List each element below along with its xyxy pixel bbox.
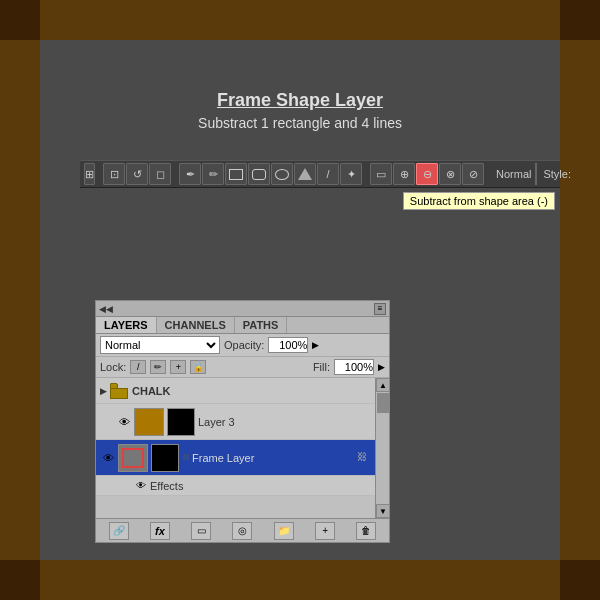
corner-tl (0, 0, 40, 40)
layer3-row[interactable]: 👁 Layer 3 (96, 404, 375, 440)
toolbar: ⊞ ⊡ ↺ ◻ ✒ ✏ (80, 160, 560, 188)
new-layer-btn[interactable]: + (315, 522, 335, 540)
delete-layer-btn[interactable]: 🗑 (356, 522, 376, 540)
blend-row: Normal Multiply Screen Opacity: ▶ (96, 334, 389, 357)
lock-transparency-icon: / (137, 362, 140, 372)
pen-alt-btn[interactable]: ✏ (202, 163, 224, 185)
opacity-input[interactable] (268, 337, 308, 353)
panel-menu-btn[interactable]: ≡ (374, 303, 386, 315)
lock-all-btn[interactable]: 🔒 (190, 360, 206, 374)
add-shape-btn[interactable]: ⊕ (393, 163, 415, 185)
rotate-icon: ↺ (133, 168, 142, 181)
shape-group: ✒ ✏ / ✦ (179, 163, 362, 185)
adjustment-icon: ◎ (238, 525, 247, 536)
subtract-shape-btn[interactable]: ⊖ (416, 163, 438, 185)
mask-icon: ▭ (197, 525, 206, 536)
link-icon: 🔗 (113, 525, 125, 536)
scrollbar-thumb[interactable] (377, 393, 389, 413)
rotate-btn[interactable]: ↺ (126, 163, 148, 185)
ellipse-icon (275, 169, 289, 180)
intersect-shape-btn[interactable]: ⊗ (439, 163, 461, 185)
line-icon: / (326, 168, 329, 180)
layer-scroll-area: ▶ CHALK 👁 Layer 3 👁 (96, 378, 389, 518)
layer-chain-icon: ⛓ (182, 453, 192, 462)
panel-bottom-toolbar: 🔗 fx ▭ ◎ 📁 + 🗑 (96, 518, 389, 542)
opacity-label: Opacity: (224, 339, 264, 351)
lock-pixels-btn[interactable]: ✏ (150, 360, 166, 374)
pen-icon: ✒ (186, 168, 195, 181)
layers-content: ▶ CHALK 👁 Layer 3 👁 (96, 378, 375, 496)
frame-layer-name: Frame Layer (192, 452, 357, 464)
ellipse-btn[interactable] (271, 163, 293, 185)
panel-tabs: LAYERS CHANNELS PATHS (96, 317, 389, 334)
scroll-down-btn[interactable]: ▼ (376, 504, 389, 518)
new-shape-btn[interactable]: ▭ (370, 163, 392, 185)
layer-effects-btn[interactable]: fx (150, 522, 170, 540)
tab-channels[interactable]: CHANNELS (157, 317, 235, 333)
group-expand-arrow[interactable]: ▶ (100, 386, 110, 396)
frame-layer-thumbnail (118, 444, 148, 472)
chalk-group-row[interactable]: ▶ CHALK (96, 378, 375, 404)
corner-bl (0, 560, 40, 600)
corner-tr (560, 0, 600, 40)
title-sub: Substract 1 rectangle and 4 lines (40, 115, 560, 131)
trash-icon: 🗑 (361, 525, 371, 536)
effects-row: 👁 Effects (96, 476, 375, 496)
pen-alt-icon: ✏ (209, 168, 218, 181)
tab-layers-label: LAYERS (104, 319, 148, 331)
layers-panel: ◀◀ ≡ LAYERS CHANNELS PATHS Normal Multip… (95, 300, 390, 543)
tab-layers[interactable]: LAYERS (96, 317, 157, 333)
adjustment-layer-btn[interactable]: ◎ (232, 522, 252, 540)
line-btn[interactable]: / (317, 163, 339, 185)
rect-shape-btn[interactable] (225, 163, 247, 185)
fill-input[interactable] (334, 359, 374, 375)
scroll-up-btn[interactable]: ▲ (376, 378, 389, 392)
style-preview[interactable] (535, 163, 537, 185)
exclude-shape-icon: ⊘ (469, 168, 478, 181)
opacity-arrow[interactable]: ▶ (312, 340, 319, 350)
rounded-rect-btn[interactable] (248, 163, 270, 185)
pen-tool-btn[interactable]: ✒ (179, 163, 201, 185)
corner-br (560, 560, 600, 600)
link-layers-btn[interactable]: 🔗 (109, 522, 129, 540)
effects-visibility[interactable]: 👁 (136, 480, 150, 491)
new-group-btn[interactable]: 📁 (274, 522, 294, 540)
folder-icon: 📁 (278, 525, 290, 536)
add-mask-btn[interactable]: ▭ (191, 522, 211, 540)
polygon-btn[interactable] (294, 163, 316, 185)
tooltip: Subtract from shape area (-) (403, 192, 555, 210)
add-shape-icon: ⊕ (400, 168, 409, 181)
frame-layer-row[interactable]: 👁 ⛓ Frame Layer ⛓ (96, 440, 375, 476)
panel-header: ◀◀ ≡ (96, 301, 389, 317)
intersect-shape-icon: ⊗ (446, 168, 455, 181)
lock-row: Lock: / ✏ + 🔒 Fill: ▶ (96, 357, 389, 378)
layer3-name: Layer 3 (198, 416, 371, 428)
lock-position-icon: + (176, 362, 181, 372)
frame-layer-visibility[interactable]: 👁 (100, 450, 116, 466)
canvas-area: Frame Shape Layer Substract 1 rectangle … (40, 40, 560, 560)
fill-arrow[interactable]: ▶ (378, 362, 385, 372)
panel-collapse[interactable]: ◀◀ (99, 304, 113, 314)
new-layer-icon: + (322, 525, 328, 536)
lock-all-icon: 🔒 (193, 362, 204, 372)
transform-btn[interactable]: ⊡ (103, 163, 125, 185)
tab-paths[interactable]: PATHS (235, 317, 288, 333)
scrollbar[interactable]: ▲ ▼ (375, 378, 389, 518)
custom-shape-btn[interactable]: ✦ (340, 163, 362, 185)
effects-label: Effects (150, 480, 183, 492)
blend-mode-select[interactable]: Normal Multiply Screen (100, 336, 220, 354)
layer3-visibility[interactable]: 👁 (116, 414, 132, 430)
move-tool-btn[interactable]: ⊞ (84, 163, 95, 185)
lock-transparency-btn[interactable]: / (130, 360, 146, 374)
lock-position-btn[interactable]: + (170, 360, 186, 374)
title-main: Frame Shape Layer (40, 90, 560, 111)
title-area: Frame Shape Layer Substract 1 rectangle … (40, 90, 560, 131)
skew-icon: ◻ (156, 168, 165, 181)
tab-paths-label: PATHS (243, 319, 279, 331)
lock-pixels-icon: ✏ (154, 362, 162, 372)
style-text: Style: (543, 168, 571, 180)
layer-link-icon[interactable]: ⛓ (357, 451, 371, 465)
transform-icon: ⊡ (110, 168, 119, 181)
exclude-shape-btn[interactable]: ⊘ (462, 163, 484, 185)
skew-btn[interactable]: ◻ (149, 163, 171, 185)
